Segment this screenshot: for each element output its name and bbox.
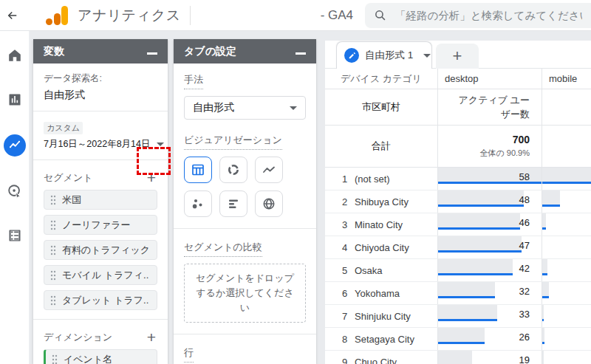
variables-panel-title: 変数 (44, 45, 64, 58)
row-rank: 6 (325, 288, 348, 299)
segment-chip[interactable]: タブレット トラフ.. (44, 290, 157, 310)
add-segment-button[interactable]: + (146, 171, 157, 185)
desktop-value: 47 (519, 236, 530, 255)
exploration-name-block: データ探索名: 自由形式 (33, 63, 168, 111)
search-icon (374, 9, 386, 21)
table-row: 5 Osaka 42 (325, 259, 591, 282)
globe-icon (262, 196, 276, 211)
report-canvas: 自由形式 1 + デバイス カテゴリ desktop mobile 市区町村 ア… (325, 41, 591, 364)
variables-panel: 変数 データ探索名: 自由形式 カスタム 7月16日～2022年8月14日 セグ… (33, 39, 168, 364)
method-dropdown[interactable]: 自由形式 (184, 96, 306, 120)
segment-drop-zone[interactable]: セグメントをドロップするか選択してください (184, 264, 306, 323)
add-dimension-button[interactable]: + (146, 330, 157, 345)
date-range-selector[interactable]: 7月16日～2022年8月14日 (44, 138, 157, 151)
segment-chip[interactable]: モバイル トラフィ.. (44, 265, 157, 285)
edit-tab-icon (344, 48, 359, 63)
search-input[interactable] (395, 10, 582, 21)
segment-chip[interactable]: 米国 (44, 190, 157, 210)
row-rank: 1 (325, 174, 348, 185)
total-label: 合計 (325, 126, 437, 167)
rows-label: 行 (184, 346, 194, 363)
nav-library-icon[interactable] (4, 226, 26, 245)
nav-explore-icon[interactable] (4, 134, 26, 157)
row-rank: 8 (325, 334, 348, 345)
drag-handle-icon (52, 354, 58, 364)
segments-list: 米国 ノーリファラー 有料のトラフィック モバイル トラフィ.. タブレット ト… (44, 190, 157, 310)
tab-settings-header: タブの設定 (174, 39, 316, 63)
report-tab[interactable]: 自由形式 1 (336, 41, 432, 69)
row-city: Yokohama (348, 288, 400, 299)
mobile-value-bar (542, 351, 544, 364)
viz-donut-button[interactable] (219, 157, 247, 183)
search-box[interactable] (365, 3, 591, 28)
variables-panel-header: 変数 (33, 39, 168, 63)
nav-home-icon[interactable] (4, 46, 26, 65)
desktop-value: 58 (519, 168, 530, 186)
dimension-chip[interactable]: イベント名 (44, 349, 157, 364)
app-title: アナリティクス (78, 6, 181, 25)
drag-handle-icon (50, 270, 56, 281)
property-name: - GA4 (321, 8, 353, 23)
date-custom-badge: カスタム (44, 122, 83, 134)
mobile-value-bar (542, 213, 546, 230)
column-header-desktop[interactable]: desktop (437, 69, 542, 89)
mobile-value-bar (542, 190, 560, 207)
segment-chip[interactable]: ノーリファラー (44, 215, 157, 235)
analytics-logo-icon (46, 6, 68, 25)
desktop-value: 19 (519, 351, 530, 364)
row-city: Shibuya City (348, 196, 409, 207)
row-city: Shinjuku City (348, 311, 411, 322)
data-table: デバイス カテゴリ desktop mobile 市区町村 アクティブ ユーザー… (325, 69, 591, 364)
table-row: 1 (not set) 58 (325, 168, 591, 190)
nav-advertising-icon[interactable] (4, 182, 26, 201)
minimize-icon[interactable] (147, 52, 157, 55)
method-label: 手法 (184, 73, 203, 89)
desktop-value-bar (438, 305, 497, 321)
dimensions-list: イベント名 (44, 349, 157, 364)
row-city: Setagaya City (348, 334, 414, 345)
desktop-value-bar (438, 351, 472, 364)
segment-chip-label: タブレット トラフ.. (62, 294, 148, 307)
chevron-down-icon (290, 106, 297, 110)
tab-settings-title: タブの設定 (184, 45, 236, 58)
desktop-value-bar (438, 282, 495, 298)
column-header-mobile[interactable]: mobile (542, 69, 591, 89)
minimize-icon[interactable] (296, 52, 306, 55)
row-rank: 9 (325, 357, 348, 364)
row-rank: 3 (325, 219, 348, 230)
exploration-name-value[interactable]: 自由形式 (44, 89, 157, 102)
table-row: 6 Yokohama 32 (325, 282, 591, 305)
desktop-value: 26 (519, 328, 530, 346)
tab-settings-panel: タブの設定 手法 自由形式 ビジュアリゼーション (174, 39, 316, 364)
viz-bar-button[interactable] (219, 190, 247, 217)
table-row: 8 Setagaya City 26 (325, 328, 591, 351)
back-button[interactable] (0, 9, 25, 22)
desktop-value: 32 (519, 282, 530, 301)
add-tab-button[interactable]: + (436, 44, 479, 69)
segments-section: セグメント + 米国 ノーリファラー 有料のトラフィック モバイル トラ (33, 160, 168, 320)
segment-chip-label: モバイル トラフィ.. (62, 269, 148, 282)
segment-chip-label: 有料のトラフィック (62, 244, 150, 257)
visualization-label: ビジュアリゼーション (184, 134, 282, 150)
row-rank: 4 (325, 242, 348, 253)
viz-table-button[interactable] (184, 157, 212, 183)
bar-chart-icon (226, 196, 241, 211)
metric-label[interactable]: アクティブ ユーザー数 (437, 89, 542, 125)
ga4-explore-screen: アナリティクス - GA4 変数 データ探索名: (0, 0, 591, 364)
table-row: 2 Shibuya City 48 (325, 190, 591, 213)
viz-scatter-button[interactable] (184, 190, 212, 217)
row-rank: 2 (325, 196, 348, 207)
row-city: Chiyoda City (348, 242, 409, 253)
nav-rail (0, 31, 30, 364)
viz-line-button[interactable] (255, 157, 283, 183)
section-divider (174, 228, 316, 229)
nav-reports-icon[interactable] (4, 90, 26, 109)
segment-chip[interactable]: 有料のトラフィック (44, 240, 157, 260)
line-chart-icon (262, 162, 276, 177)
table-row: 3 Minato City 46 (325, 213, 591, 236)
row-rank: 7 (325, 311, 348, 322)
chevron-down-icon (157, 142, 164, 146)
exploration-name-label: データ探索名: (44, 72, 157, 85)
viz-geomap-button[interactable] (255, 190, 283, 217)
mobile-value-bar (542, 305, 544, 321)
